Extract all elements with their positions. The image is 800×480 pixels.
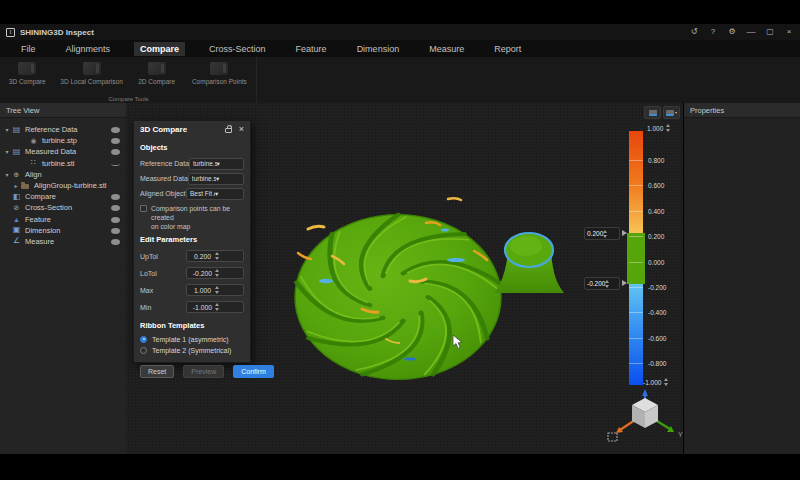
visibility-eye-closed-icon[interactable]: [111, 161, 120, 166]
title-bar: I SHINING3D Inspect ↺ ? ⚙ — ▢ ×: [0, 24, 800, 40]
maximize-button[interactable]: ▢: [765, 28, 775, 36]
menu-report[interactable]: Report: [488, 42, 527, 56]
tree-item-compare[interactable]: Compare: [0, 191, 126, 202]
expander-icon[interactable]: ▾: [3, 126, 11, 133]
reference-data-select[interactable]: turbine.stp ▾: [189, 158, 244, 170]
spinner-arrows[interactable]: [215, 269, 240, 277]
template-1-option[interactable]: Template 1 (asymmetric): [140, 334, 244, 345]
close-button[interactable]: ×: [784, 28, 794, 36]
colormap-display-button[interactable]: [644, 106, 661, 119]
feedback-icon[interactable]: ↺: [689, 28, 699, 36]
expander-icon[interactable]: ▾: [3, 148, 11, 155]
aligned-object-select[interactable]: Best Fit Alignme ▾: [186, 188, 244, 200]
menu-alignments[interactable]: Alignments: [60, 42, 117, 56]
expander-icon[interactable]: ▸: [12, 182, 20, 189]
spinner-arrows[interactable]: [215, 286, 240, 294]
visibility-eye-icon[interactable]: [111, 194, 120, 200]
spinner-arrows[interactable]: [215, 252, 240, 260]
radio-button[interactable]: [140, 347, 147, 354]
tool-2d-compare[interactable]: 2D Compare: [131, 60, 183, 85]
tree-item-turbine-stp[interactable]: turbine.stp: [0, 135, 126, 146]
spinner-arrows[interactable]: [603, 230, 617, 238]
visibility-eye-icon[interactable]: [111, 217, 120, 223]
template-2-option[interactable]: Template 2 (Symmetrical): [140, 345, 244, 356]
colorbar-tick: 0.600: [629, 182, 664, 189]
edit-parameters-heading: Edit Parameters: [140, 235, 244, 244]
tree-item-align[interactable]: ▾ Align: [0, 169, 126, 180]
compare-tools-group: 3D Compare 3D Local Comparison 2D Compar…: [0, 57, 257, 103]
viewport-3d[interactable]: 3D Compare × Objects Reference Data turb…: [126, 103, 683, 454]
visibility-eye-icon[interactable]: [111, 138, 120, 144]
tool-3d-compare[interactable]: 3D Compare: [2, 60, 52, 85]
spinner-arrows[interactable]: [215, 303, 240, 311]
tick-dash: [629, 236, 643, 237]
objects-heading: Objects: [140, 143, 244, 152]
tree-item-measured-data[interactable]: ▾ Measured Data: [0, 146, 126, 157]
min-input[interactable]: -1.000: [186, 301, 244, 313]
visibility-eye-icon[interactable]: [111, 205, 120, 211]
colormap-options-button[interactable]: ▾: [663, 106, 680, 119]
spinner-arrows[interactable]: [666, 124, 670, 132]
measured-data-select[interactable]: turbine.stl ▾: [188, 173, 244, 185]
menu-file[interactable]: File: [15, 42, 42, 56]
settings-gear-icon[interactable]: ⚙: [727, 28, 737, 36]
menu-compare[interactable]: Compare: [134, 42, 185, 56]
tree-item-reference-data[interactable]: ▾ Reference Data: [0, 124, 126, 135]
lotol-input[interactable]: -0.200: [186, 267, 244, 279]
minimize-button[interactable]: —: [746, 28, 756, 37]
tool-3d-local-comparison[interactable]: 3D Local Comparison: [52, 60, 130, 85]
3d-local-comparison-icon: [83, 62, 101, 75]
lower-tolerance-input[interactable]: -0.200: [584, 277, 620, 290]
colorbar-tick: 0.200: [629, 233, 664, 240]
menu-feature[interactable]: Feature: [290, 42, 333, 56]
visibility-eye-icon[interactable]: [111, 149, 120, 155]
tree-item-label: Measure: [25, 237, 54, 246]
field-label: Aligned Object: [140, 190, 186, 197]
dialog-buttons: Reset Preview Confirm: [140, 365, 244, 378]
tree-item-cross-section[interactable]: Cross-Section: [0, 202, 126, 213]
tree-item-label: Cross-Section: [25, 203, 72, 212]
colorbar-tick: 0.000: [629, 259, 664, 266]
input-value: -0.200: [587, 280, 605, 287]
pin-lock-icon[interactable]: [225, 128, 232, 133]
confirm-button[interactable]: Confirm: [233, 365, 274, 378]
radio-button[interactable]: [140, 336, 147, 343]
visibility-eye-icon[interactable]: [111, 127, 120, 133]
lower-tolerance-marker[interactable]: [622, 280, 627, 286]
dialog-header[interactable]: 3D Compare ×: [134, 121, 250, 137]
reset-button[interactable]: Reset: [140, 365, 174, 378]
checkbox[interactable]: [140, 205, 147, 212]
uptol-input[interactable]: 0.200: [186, 250, 244, 262]
preview-button[interactable]: Preview: [183, 365, 224, 378]
ribbon-templates-heading: Ribbon Templates: [140, 321, 244, 330]
tick-dash: [629, 185, 643, 186]
visibility-eye-icon[interactable]: [111, 239, 120, 245]
tree-item-turbine-stl[interactable]: turbine.stl: [0, 158, 126, 169]
help-icon[interactable]: ?: [708, 28, 718, 36]
menu-dimension[interactable]: Dimension: [351, 42, 406, 56]
upper-tolerance-input[interactable]: 0.200: [584, 227, 620, 240]
dialog-close-icon[interactable]: ×: [239, 125, 244, 134]
app-window: I SHINING3D Inspect ↺ ? ⚙ — ▢ × File Ali…: [0, 24, 800, 454]
tool-comparison-points[interactable]: Comparison Points: [183, 60, 256, 85]
tick-dash: [629, 363, 643, 364]
visibility-eye-icon[interactable]: [111, 228, 120, 234]
max-input[interactable]: 1.000: [186, 284, 244, 296]
navigation-cube[interactable]: Y: [600, 388, 692, 450]
menu-cross-section[interactable]: Cross-Section: [203, 42, 272, 56]
tree-item-measure[interactable]: Measure: [0, 236, 126, 247]
expander-icon[interactable]: ▾: [3, 171, 11, 178]
colormap-options-icon: [666, 110, 674, 116]
tree-item-feature[interactable]: Feature: [0, 214, 126, 225]
tree-item-dimension[interactable]: Dimension: [0, 225, 126, 236]
menu-measure[interactable]: Measure: [423, 42, 470, 56]
app-logo-icon: I: [6, 28, 15, 37]
tree-item-aligngroup[interactable]: ▸ AlignGroup-turbine.stl: [0, 180, 126, 191]
tree-view-panel: Tree View ▾ Reference Data turbine.stp ▾: [0, 103, 126, 454]
spinner-arrows[interactable]: [664, 378, 668, 386]
upper-tolerance-marker[interactable]: [622, 230, 627, 236]
colorbar-tick: -0.200: [629, 284, 666, 291]
spinner-arrows[interactable]: [605, 280, 617, 288]
tick-dash: [629, 312, 643, 313]
tick-label: 0.800: [648, 157, 664, 164]
